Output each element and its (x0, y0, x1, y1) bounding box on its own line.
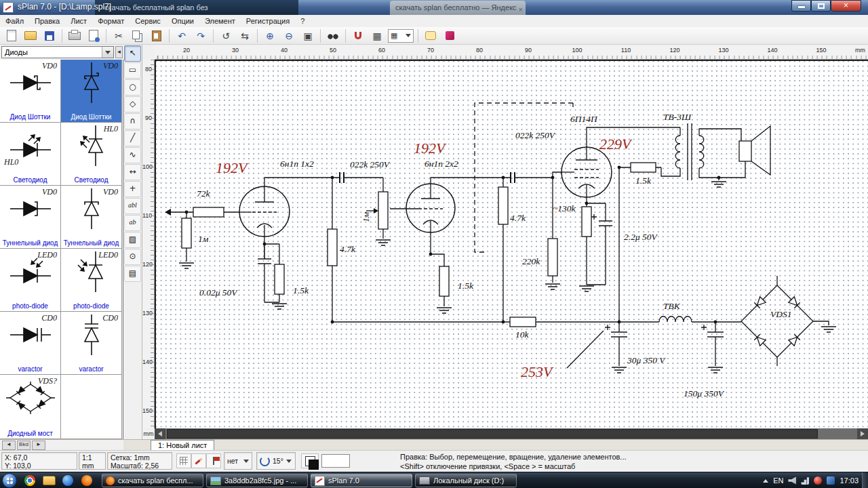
part-value[interactable]: 4.7k (340, 244, 355, 255)
scrollbar-thumb[interactable] (167, 429, 818, 439)
snap-select[interactable]: нет (224, 452, 252, 470)
antivirus-icon[interactable] (814, 476, 822, 485)
rotate-button[interactable]: ↺ (217, 28, 235, 44)
quicklaunch-chrome[interactable] (22, 474, 38, 487)
library-item-led-1[interactable]: HL0 Светодиод (0, 123, 61, 186)
minimize-button[interactable] (791, 0, 811, 12)
combo-arrow-button[interactable] (102, 47, 113, 58)
menu-registration[interactable]: Регистрация (241, 16, 295, 26)
menu-service[interactable]: Сервис (130, 16, 166, 26)
menu-help[interactable]: ? (295, 16, 310, 26)
tube-label[interactable]: 6н1п 1x2 (280, 159, 314, 169)
part-value[interactable]: ~130k (553, 203, 576, 214)
snap-mode-dropdown[interactable]: ▦ (388, 29, 414, 43)
close-button[interactable]: × (831, 0, 861, 12)
start-button[interactable] (2, 473, 17, 488)
taskbar-button-explorer[interactable]: Локальный диск (D:) (415, 474, 517, 487)
network-icon[interactable] (801, 476, 809, 485)
search-button[interactable] (324, 28, 342, 44)
tool-polygon[interactable]: ◇ (124, 96, 141, 113)
grid-toggle-button[interactable] (176, 453, 191, 468)
clock[interactable]: 17:03 (840, 476, 859, 485)
tube-label[interactable]: 6П14П (570, 114, 597, 125)
tool-arc[interactable]: ∩ (124, 113, 141, 129)
menu-options[interactable]: Опции (166, 16, 199, 26)
menu-file[interactable]: Файл (0, 16, 29, 26)
panel-collapse-button[interactable]: ◄ (115, 46, 123, 58)
tool-zoom[interactable]: ⊙ (124, 249, 141, 265)
transformer-label[interactable]: ТВ-3Ш (663, 112, 691, 123)
library-bkd-button[interactable]: Bkd (17, 441, 31, 450)
library-item-photodiode-1[interactable]: LED0 photo-diode (0, 249, 61, 312)
library-category-select[interactable]: Диоды (1, 46, 114, 58)
angle-select[interactable]: 15° (256, 452, 296, 470)
voltage-label[interactable]: 229V (599, 136, 631, 153)
show-hidden-icons-icon[interactable] (763, 479, 768, 483)
part-value[interactable]: 150μ 350V (684, 388, 724, 399)
library-item-varactor-2[interactable]: CD0 varactor (61, 312, 122, 375)
taskbar-button-splan[interactable]: sPlan 7.0 (311, 474, 412, 487)
maximize-button[interactable] (811, 0, 831, 12)
flag-button[interactable] (206, 453, 221, 468)
horizontal-scrollbar[interactable] (155, 428, 868, 439)
show-desktop-button[interactable] (862, 472, 868, 488)
part-value[interactable]: 2.2μ 50V (624, 232, 657, 243)
menu-format[interactable]: Формат (92, 16, 130, 26)
menu-element[interactable]: Элемент (199, 16, 241, 26)
part-value[interactable]: 1.5k (635, 176, 651, 186)
new-file-button[interactable] (3, 28, 20, 44)
tool-bezier[interactable]: ∿ (124, 147, 141, 163)
tab-close-icon[interactable]: × (519, 3, 523, 15)
library-next-button[interactable]: ► (32, 441, 45, 450)
sheet-tab[interactable]: 1: Новый лист (151, 440, 214, 451)
tool-select[interactable]: ↖ (124, 45, 141, 62)
part-value[interactable]: 72k (197, 188, 210, 199)
tool-node[interactable]: + (124, 181, 141, 197)
open-button[interactable] (22, 28, 39, 44)
library-item-schottky-2[interactable]: VD0 Диод Шоттки (61, 60, 122, 123)
comment-button[interactable] (422, 28, 439, 44)
fill-color-swatch[interactable] (321, 454, 350, 468)
zoom-out-button[interactable]: ⊖ (280, 28, 298, 44)
part-value[interactable]: 4.7k (510, 213, 526, 224)
menu-edit[interactable]: Правка (29, 16, 65, 26)
save-button[interactable] (41, 28, 58, 44)
scroll-right-icon[interactable] (857, 428, 868, 439)
color-swatch-button[interactable] (301, 453, 319, 468)
tool-line[interactable]: ╱ (124, 130, 141, 146)
quicklaunch-media-player[interactable] (60, 474, 76, 487)
choke-label[interactable]: ТВК (663, 301, 680, 312)
bridge-label[interactable]: VDS1 (770, 309, 792, 320)
part-value[interactable]: 0.02μ 50V (199, 287, 237, 298)
library-item-photodiode-2[interactable]: LED0 photo-diode (61, 249, 122, 312)
tool-image[interactable]: ▨ (124, 232, 141, 248)
copy-button[interactable] (129, 28, 146, 44)
quicklaunch-firefox[interactable] (79, 474, 95, 487)
voltage-label[interactable]: 192V (216, 159, 247, 177)
library-item-varactor-1[interactable]: CD0 varactor (0, 312, 61, 375)
tube-label[interactable]: 6н1п 2x2 (425, 159, 458, 169)
library-item-tunnel-1[interactable]: VD0 Туннельный диод (0, 186, 61, 249)
print-preview-button[interactable] (85, 28, 102, 44)
part-value[interactable]: 1.5k (293, 285, 309, 296)
taskbar-button-browser[interactable]: скачать splan беспл... (102, 474, 203, 487)
library-item-led-2[interactable]: HL0 Светодиод (61, 123, 122, 186)
schematic-canvas[interactable]: 192V 192V 229V 253V 72k 6н1п 1x2 022k 25… (155, 60, 868, 428)
library-item-tunnel-2[interactable]: VD0 Туннельный диод (61, 186, 122, 249)
magnet-button[interactable] (349, 28, 367, 44)
tool-ellipse[interactable]: ○ (124, 79, 141, 96)
paste-button[interactable] (148, 28, 165, 44)
update-icon[interactable] (827, 476, 835, 485)
part-value[interactable]: 1м (361, 212, 372, 222)
cut-button[interactable]: ✂ (110, 28, 127, 44)
library-prev-button[interactable]: ◄ (2, 441, 16, 450)
taskbar-button-image[interactable]: 3a8ddb2a8fc5.jpg - ... (206, 474, 308, 487)
undo-button[interactable]: ↶ (173, 28, 191, 44)
tool-text[interactable]: abl (124, 198, 141, 214)
part-value[interactable]: 1.5k (458, 281, 473, 291)
part-value[interactable]: 30μ 350 V (627, 355, 665, 366)
element-button[interactable] (441, 28, 458, 44)
zoom-fit-button[interactable]: ▣ (299, 28, 317, 44)
voltage-label[interactable]: 192V (414, 140, 445, 157)
menu-sheet[interactable]: Лист (65, 16, 92, 26)
